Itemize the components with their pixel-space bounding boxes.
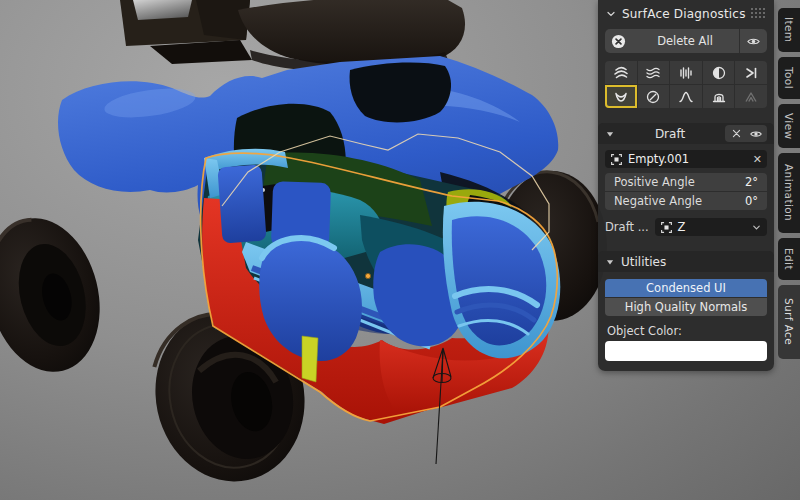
- tool-gauge-button[interactable]: [638, 85, 670, 108]
- tool-bell-curve-button[interactable]: [670, 85, 702, 108]
- draft-axis-row: Draft ... Z: [605, 218, 767, 236]
- draft-subpanel-header[interactable]: Draft: [598, 123, 774, 144]
- gauge-icon: [645, 89, 661, 105]
- close-icon[interactable]: [727, 128, 745, 139]
- utilities-title: Utilities: [621, 255, 767, 269]
- diagnostic-tool-grid: [605, 61, 767, 108]
- delete-all-label: Delete All: [631, 34, 739, 48]
- peak-icon: [743, 89, 759, 105]
- tool-compression-waves-button[interactable]: [638, 61, 670, 84]
- wheel-rear-left[interactable]: [0, 206, 115, 383]
- empty-object-icon: [610, 153, 623, 166]
- eye-icon: [749, 127, 763, 141]
- eye-icon: [746, 34, 761, 49]
- surface-diagnostics-panel: SurfAce Diagnostics Delete All: [598, 0, 774, 371]
- empty-object-icon: [660, 221, 673, 234]
- empty-object-name: Empty.001: [628, 152, 748, 166]
- draft-axis-dropdown[interactable]: Z: [655, 218, 767, 236]
- zebra-stripes-icon: [613, 65, 629, 81]
- chevron-down-icon: [751, 222, 762, 233]
- clamp-icon: [743, 65, 759, 81]
- utility-buttons: Condensed UI High Quality Normals: [605, 279, 767, 316]
- angle-fields: Positive Angle 2° Negative Angle 0°: [605, 173, 767, 210]
- draft-icon: [613, 89, 629, 105]
- draft-axis-value: Z: [678, 220, 746, 234]
- tool-contrast-button[interactable]: [703, 61, 735, 84]
- object-color-label: Object Color:: [607, 324, 765, 338]
- tool-draft-button-active[interactable]: [605, 85, 637, 108]
- tab-edit[interactable]: Edit: [778, 238, 800, 280]
- draft-title: Draft: [621, 127, 719, 141]
- compression-waves-icon: [645, 65, 661, 81]
- tool-peak-button-disabled: [735, 85, 767, 108]
- object-color-swatch[interactable]: [605, 341, 767, 361]
- empty-object-field[interactable]: Empty.001 ✕: [605, 150, 767, 168]
- clear-object-x-icon[interactable]: ✕: [753, 154, 762, 165]
- negative-angle-field[interactable]: Negative Angle 0°: [605, 192, 767, 210]
- positive-angle-field[interactable]: Positive Angle 2°: [605, 173, 767, 191]
- sidebar-tab-strip: Item Tool View Animation Edit Surf Ace: [778, 8, 800, 359]
- tool-wall-thickness-button[interactable]: [703, 85, 735, 108]
- eye-toggle[interactable]: [747, 127, 765, 141]
- tab-view[interactable]: View: [778, 104, 800, 148]
- tab-tool[interactable]: Tool: [778, 57, 800, 99]
- chevron-down-icon: [605, 8, 617, 20]
- draft-axis-label: Draft ...: [605, 220, 649, 234]
- panel-title: SurfAce Diagnostics: [622, 7, 746, 21]
- bell-curve-icon: [678, 89, 694, 105]
- drag-grip-icon[interactable]: [751, 8, 767, 20]
- striations-icon: [678, 65, 694, 81]
- contrast-icon: [711, 65, 727, 81]
- tool-zebra-stripes-button[interactable]: [605, 61, 637, 84]
- delete-all-button[interactable]: Delete All: [605, 29, 767, 53]
- tab-surf-ace[interactable]: Surf Ace: [778, 285, 800, 359]
- tab-animation[interactable]: Animation: [778, 153, 800, 233]
- triangle-down-icon: [605, 257, 615, 267]
- tab-item[interactable]: Item: [778, 8, 800, 52]
- x-circle-icon: [605, 34, 631, 49]
- condensed-ui-button[interactable]: Condensed UI: [605, 279, 767, 297]
- utilities-subpanel-header[interactable]: Utilities: [598, 251, 774, 272]
- triangle-down-icon: [605, 129, 615, 139]
- draft-subpanel: Draft Empty.001 ✕ Positive Angle 2° Nega…: [598, 123, 774, 236]
- visibility-eye-toggle[interactable]: [740, 34, 767, 49]
- wall-thickness-icon: [711, 89, 727, 105]
- high-quality-normals-button[interactable]: High Quality Normals: [605, 298, 767, 316]
- tool-striations-button[interactable]: [670, 61, 702, 84]
- panel-header[interactable]: SurfAce Diagnostics: [598, 0, 774, 27]
- tool-clamp-button[interactable]: [735, 61, 767, 84]
- utilities-subpanel: Utilities Condensed UI High Quality Norm…: [598, 251, 774, 361]
- object-origin-dot[interactable]: [365, 273, 370, 278]
